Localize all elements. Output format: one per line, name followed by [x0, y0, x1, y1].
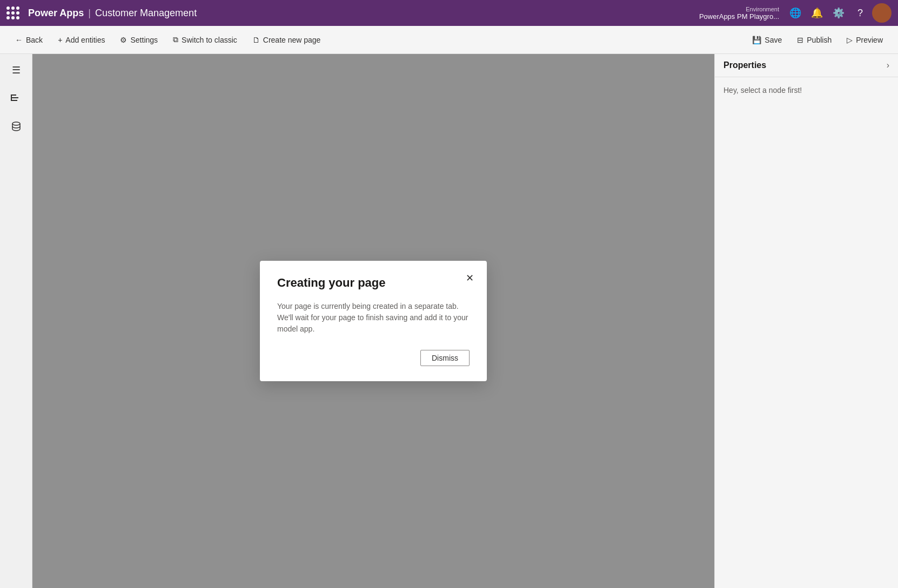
svg-point-4	[12, 122, 20, 125]
left-sidebar: ☰	[0, 54, 32, 588]
placeholder-text: Hey, select a node first!	[723, 86, 802, 94]
create-page-label: Create new page	[263, 36, 321, 44]
globe-icon[interactable]: 🌐	[786, 3, 805, 23]
creating-page-modal: Creating your page ✕ Your page is curren…	[260, 261, 487, 381]
switch-classic-label: Switch to classic	[182, 36, 237, 44]
modal-overlay: Creating your page ✕ Your page is curren…	[32, 54, 714, 588]
dismiss-button[interactable]: Dismiss	[420, 350, 470, 366]
settings-label: Settings	[130, 36, 158, 44]
top-navigation: Power Apps | Customer Management Environ…	[0, 0, 898, 26]
right-panel-header: Properties ›	[715, 54, 898, 77]
modal-close-button[interactable]: ✕	[461, 269, 478, 287]
sidebar-menu-icon[interactable]: ☰	[6, 60, 26, 80]
save-label: Save	[765, 36, 782, 44]
canvas-area: Creating your page ✕ Your page is curren…	[32, 54, 714, 588]
toolbar: ← Back + Add entities ⚙ Settings ⧉ Switc…	[0, 26, 898, 54]
back-button[interactable]: ← Back	[9, 32, 49, 48]
preview-icon: ▷	[847, 36, 853, 44]
publish-label: Publish	[807, 36, 832, 44]
back-label: Back	[26, 36, 43, 44]
properties-title: Properties	[723, 60, 766, 70]
page-title: Customer Management	[95, 8, 699, 19]
preview-button[interactable]: ▷ Preview	[840, 32, 889, 48]
nav-right-section: Environment PowerApps PM Playgro... 🌐 🔔 …	[699, 3, 892, 23]
nav-separator: |	[88, 8, 91, 19]
sidebar-database-icon[interactable]	[6, 117, 26, 136]
environment-name: PowerApps PM Playgro...	[699, 12, 779, 21]
switch-icon: ⧉	[173, 35, 178, 44]
publish-icon: ⊟	[797, 36, 803, 44]
sidebar-tree-icon[interactable]	[6, 89, 26, 108]
save-icon: 💾	[752, 36, 761, 44]
create-new-page-button[interactable]: 🗋 Create new page	[246, 32, 327, 48]
switch-classic-button[interactable]: ⧉ Switch to classic	[166, 32, 244, 48]
page-icon: 🗋	[252, 36, 260, 44]
svg-rect-2	[12, 100, 17, 101]
notifications-icon[interactable]: 🔔	[807, 3, 827, 23]
add-entities-button[interactable]: + Add entities	[51, 32, 111, 48]
gear-icon: ⚙	[120, 36, 127, 44]
save-button[interactable]: 💾 Save	[746, 32, 788, 48]
main-area: ☰ Creating your page ✕ Your page is cu	[0, 54, 898, 588]
app-brand-name: Power Apps	[28, 8, 84, 19]
add-entities-label: Add entities	[65, 36, 105, 44]
modal-footer: Dismiss	[277, 350, 470, 366]
svg-rect-3	[11, 94, 12, 101]
settings-button[interactable]: ⚙ Settings	[113, 32, 164, 48]
chevron-right-icon[interactable]: ›	[887, 60, 889, 70]
modal-body-text: Your page is currently being created in …	[277, 301, 470, 335]
environment-label: Environment	[746, 6, 779, 12]
environment-info: Environment PowerApps PM Playgro...	[699, 6, 779, 21]
help-icon[interactable]: ?	[850, 3, 870, 23]
preview-label: Preview	[856, 36, 883, 44]
svg-rect-0	[12, 94, 16, 96]
add-icon: +	[58, 36, 62, 44]
right-panel: Properties › Hey, select a node first!	[714, 54, 898, 588]
properties-placeholder: Hey, select a node first!	[715, 77, 898, 103]
publish-button[interactable]: ⊟ Publish	[790, 32, 838, 48]
toolbar-right: 💾 Save ⊟ Publish ▷ Preview	[746, 32, 889, 48]
app-launcher-icon[interactable]	[6, 6, 19, 19]
user-avatar[interactable]	[872, 3, 892, 23]
settings-icon[interactable]: ⚙️	[829, 3, 848, 23]
back-arrow-icon: ←	[15, 36, 23, 44]
svg-rect-1	[12, 97, 18, 98]
modal-title: Creating your page	[277, 276, 470, 290]
